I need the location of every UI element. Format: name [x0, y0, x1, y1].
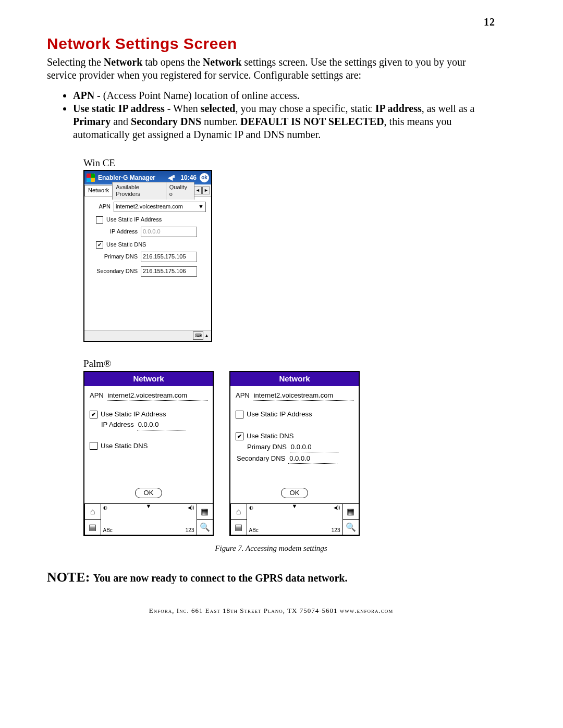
- palm-apn-label: APN: [236, 391, 250, 400]
- palm-ip-label: IP Address: [101, 421, 134, 429]
- find-icon[interactable]: 🔍: [342, 519, 359, 535]
- calc-icon[interactable]: ▦: [197, 503, 213, 520]
- footer: Enfora, Inc. 661 East 18th Street Plano,…: [47, 607, 495, 615]
- palm-ok-button[interactable]: OK: [281, 488, 309, 498]
- apn-combo[interactable]: internet2.voicestream.com▼: [114, 202, 206, 212]
- wince-label: Win CE: [83, 157, 495, 169]
- palm-apn-field[interactable]: internet2.voicestream.com: [253, 391, 353, 401]
- brightness-icon: ◐: [249, 505, 253, 511]
- brightness-icon: ◐: [103, 505, 107, 511]
- dropdown-arrow-icon: ▼: [198, 203, 204, 211]
- keyboard-icon[interactable]: ⌨: [193, 331, 203, 340]
- primary-dns-label: Primary DNS: [90, 253, 138, 261]
- palm-ip-field[interactable]: 0.0.0.0: [137, 421, 186, 430]
- use-static-dns-checkbox[interactable]: ✔: [96, 241, 103, 249]
- home-icon[interactable]: ⌂: [84, 503, 101, 520]
- tab-network[interactable]: Network: [84, 185, 113, 196]
- palm-screenshot-right: Network APN internet2.voicestream.com Us…: [229, 371, 360, 536]
- bullet-apn: APN - (Access Point Name) location of on…: [73, 89, 495, 102]
- page-number: 12: [47, 16, 495, 29]
- tab-scroll-right[interactable]: ►: [202, 187, 210, 194]
- app-title: Enabler-G Manager: [98, 174, 166, 182]
- graffiti-area[interactable]: ◐ ▼ ◀)) ABc 123: [247, 503, 343, 535]
- palm-screenshot-left: Network APN internet2.voicestream.com ✔ …: [83, 371, 214, 536]
- page-heading: Network Settings Screen: [47, 34, 495, 54]
- graffiti-abc: ABc: [249, 527, 259, 534]
- palm-primary-dns-field[interactable]: 0.0.0.0: [290, 443, 339, 452]
- palm-secondary-dns-label: Secondary DNS: [237, 454, 285, 463]
- palm-silkscreen: ⌂ ▤ ◐ ▼ ◀)) ABc 123 ▦ 🔍: [230, 503, 359, 535]
- ip-address-label: IP Address: [90, 228, 138, 236]
- clock: 10:46: [180, 174, 197, 182]
- speaker-icon: ◀)): [188, 505, 194, 511]
- palm-title: Network: [230, 372, 359, 386]
- windows-flag-icon[interactable]: [87, 174, 95, 182]
- calc-icon[interactable]: ▦: [342, 503, 359, 520]
- graffiti-abc: ABc: [103, 527, 113, 534]
- palm-static-dns-checkbox[interactable]: ✔: [236, 433, 243, 440]
- use-static-dns-label: Use Static DNS: [106, 241, 146, 249]
- secondary-dns-field[interactable]: 216.155.175.106: [141, 266, 197, 277]
- tab-bar: Network Available Providers Quality o ◄ …: [84, 184, 211, 196]
- palm-static-ip-label: Use Static IP Address: [247, 410, 312, 418]
- find-icon[interactable]: 🔍: [197, 519, 213, 535]
- palm-static-ip-label: Use Static IP Address: [101, 410, 166, 418]
- palm-static-dns-label: Use Static DNS: [247, 432, 293, 440]
- palm-static-ip-checkbox[interactable]: ✔: [90, 411, 97, 418]
- bullet-list: APN - (Access Point Name) location of on…: [47, 89, 495, 141]
- home-icon[interactable]: ⌂: [230, 503, 247, 520]
- graffiti-123: 123: [332, 527, 340, 534]
- speaker-icon[interactable]: ◀ᴱ: [168, 174, 175, 182]
- wince-screenshot: Enabler-G Manager ◀ᴱ 10:46 ok Network Av…: [83, 170, 212, 342]
- palm-static-dns-label: Use Static DNS: [101, 442, 148, 450]
- intro-paragraph: Selecting the Network tab opens the Netw…: [47, 56, 495, 82]
- palm-ok-button[interactable]: OK: [135, 488, 163, 498]
- secondary-dns-label: Secondary DNS: [90, 268, 138, 275]
- palm-static-dns-checkbox[interactable]: [90, 442, 97, 450]
- palm-secondary-dns-field[interactable]: 0.0.0.0: [288, 454, 337, 464]
- ok-button[interactable]: ok: [200, 173, 209, 182]
- ip-address-field[interactable]: 0.0.0.0: [141, 227, 197, 237]
- primary-dns-field[interactable]: 216.155.175.105: [141, 252, 197, 262]
- menu-icon[interactable]: ▤: [230, 519, 247, 535]
- palm-silkscreen: ⌂ ▤ ◐ ▼ ◀)) ABc 123 ▦ 🔍: [84, 503, 213, 535]
- use-static-ip-label: Use Static IP Address: [106, 216, 162, 224]
- apn-label: APN: [90, 203, 111, 211]
- palm-apn-label: APN: [90, 391, 104, 400]
- use-static-ip-checkbox[interactable]: [96, 216, 103, 224]
- palm-title: Network: [84, 372, 213, 386]
- palm-label: Palm®: [83, 357, 495, 370]
- figure-caption: Figure 7. Accessing modem settings: [47, 544, 495, 553]
- speaker-icon: ◀)): [334, 505, 340, 511]
- palm-static-ip-checkbox[interactable]: [236, 411, 243, 418]
- sip-arrow-icon[interactable]: ▲: [204, 333, 209, 339]
- note-line: NOTE: You are now ready to connect to th…: [47, 569, 495, 586]
- bullet-static-ip: Use static IP address - When selected, y…: [73, 102, 495, 141]
- palm-apn-field[interactable]: internet2.voicestream.com: [107, 391, 207, 401]
- graffiti-area[interactable]: ◐ ▼ ◀)) ABc 123: [101, 503, 197, 535]
- scroll-arrow-icon: ▼: [146, 503, 152, 510]
- menu-icon[interactable]: ▤: [84, 519, 101, 535]
- graffiti-123: 123: [186, 527, 194, 534]
- tab-scroll-left[interactable]: ◄: [194, 187, 202, 194]
- palm-primary-dns-label: Primary DNS: [247, 443, 287, 451]
- wince-bottom-bar: ⌨ ▲: [84, 330, 211, 341]
- scroll-arrow-icon: ▼: [292, 503, 298, 510]
